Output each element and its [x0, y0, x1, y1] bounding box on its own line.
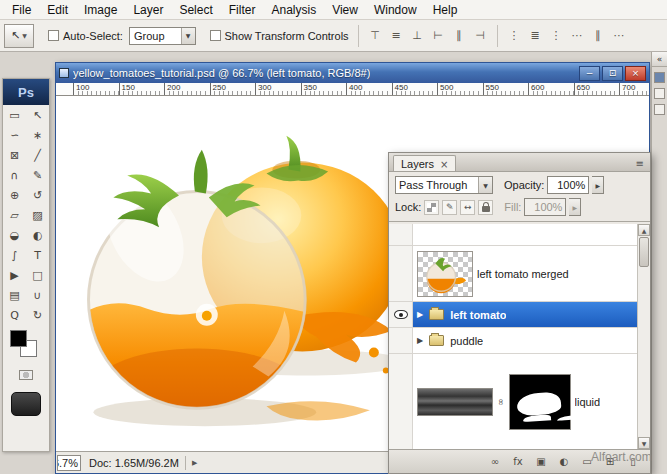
layers-scrollbar[interactable]: ▲ ▼	[637, 224, 650, 449]
layer-mask-thumbnail[interactable]	[509, 374, 571, 430]
magic-wand-tool[interactable]: ∗	[26, 125, 49, 145]
docked-panel-icon[interactable]	[654, 104, 665, 115]
docked-panel-icon[interactable]	[654, 88, 665, 99]
zoom-field[interactable]: 66.7%	[57, 455, 81, 471]
lock-pixels-icon[interactable]: ✎	[442, 200, 457, 215]
document-titlebar[interactable]: yellow_tomatoes_tutorial.psd @ 66.7% (le…	[56, 63, 649, 83]
opacity-field[interactable]: 100%	[547, 176, 589, 194]
align-top-edges-icon[interactable]: ⊤	[366, 26, 385, 45]
visibility-gutter[interactable]	[389, 354, 413, 449]
gradient-tool[interactable]: ▨	[26, 205, 49, 225]
layer-row-left-tomato[interactable]: ▶ left tomato	[389, 302, 637, 328]
layer-thumbnail[interactable]	[417, 251, 473, 297]
notes-tool[interactable]: ▤	[3, 285, 26, 305]
pen-tool[interactable]: ∫	[3, 245, 26, 265]
adjustment-layer-icon[interactable]: ◐	[557, 454, 571, 470]
zoom-tool[interactable]: Q	[3, 305, 26, 325]
expand-triangle-icon[interactable]: ▶	[417, 310, 423, 319]
blur-tool[interactable]: ◒	[3, 225, 26, 245]
menu-item[interactable]: Select	[171, 1, 220, 19]
brush-tool[interactable]: ✎	[26, 165, 49, 185]
align-bottom-edges-icon[interactable]: ⊥	[408, 26, 427, 45]
mask-link-icon[interactable]: ∞	[496, 398, 506, 406]
status-menu-arrow-icon[interactable]: ▶	[192, 459, 197, 467]
healing-brush-tool[interactable]: ∩	[3, 165, 26, 185]
lock-transparency-icon[interactable]	[424, 200, 439, 215]
scroll-down-icon[interactable]: ▼	[638, 437, 650, 449]
history-brush-tool[interactable]: ↺	[26, 185, 49, 205]
align-right-edges-icon[interactable]: ⊣	[471, 26, 490, 45]
show-transform-controls-checkbox[interactable]	[210, 30, 221, 41]
scroll-up-icon[interactable]: ▲	[638, 224, 650, 236]
eraser-tool[interactable]: ▱	[3, 205, 26, 225]
lock-all-icon[interactable]	[478, 200, 493, 215]
hand-tool[interactable]: ∪	[26, 285, 49, 305]
minimize-button[interactable]: −	[579, 66, 600, 81]
layer-row-liquid[interactable]: ∞ liquid	[389, 354, 637, 449]
expand-dock-chevrons-icon[interactable]: «	[652, 52, 667, 67]
align-left-edges-icon[interactable]: ⊢	[429, 26, 448, 45]
restore-button[interactable]: ⊡	[602, 66, 623, 81]
menu-item[interactable]: Analysis	[263, 1, 324, 19]
dodge-tool[interactable]: ◐	[26, 225, 49, 245]
lock-position-icon[interactable]: ↔	[460, 200, 475, 215]
type-tool[interactable]: T	[26, 245, 49, 265]
layer-thumbnail[interactable]	[417, 388, 493, 416]
tab-layers[interactable]: Layers ×	[393, 155, 456, 171]
opacity-slider-arrow-icon[interactable]: ▶	[592, 176, 604, 194]
distribute-vertical-centers-icon[interactable]: ≣	[526, 26, 545, 45]
layer-style-icon[interactable]: fx	[511, 454, 525, 470]
close-icon[interactable]: ×	[440, 159, 448, 170]
add-layer-mask-icon[interactable]: ▣	[534, 454, 548, 470]
fill-field[interactable]: 100%	[524, 198, 566, 216]
layers-panel: Layers × ≡ Pass Through ▼ Opacity: 100% …	[388, 152, 651, 474]
menu-item[interactable]: Help	[425, 1, 466, 19]
align-vertical-centers-icon[interactable]: ≡	[387, 26, 406, 45]
link-layers-icon[interactable]: ∞	[488, 454, 502, 470]
visibility-gutter[interactable]	[389, 246, 413, 301]
quick-mask-button[interactable]	[3, 365, 49, 385]
blend-mode-dropdown[interactable]: Pass Through ▼	[395, 176, 493, 194]
menu-item[interactable]: Image	[76, 1, 125, 19]
close-button[interactable]: ×	[625, 66, 646, 81]
panel-menu-icon[interactable]: ≡	[634, 158, 646, 171]
layer-name: left tomato merged	[477, 268, 569, 280]
docked-panel-icon[interactable]	[654, 72, 665, 83]
distribute-horizontal-centers-icon[interactable]: ∥	[589, 26, 608, 45]
foreground-color-swatch[interactable]	[10, 330, 27, 347]
distribute-right-edges-icon[interactable]: ⋯	[610, 26, 629, 45]
eyedropper-tool[interactable]: ╱	[26, 145, 49, 165]
menu-item[interactable]: Window	[366, 1, 425, 19]
screen-mode-button[interactable]	[11, 392, 41, 416]
visibility-gutter[interactable]	[389, 328, 413, 353]
distribute-left-edges-icon[interactable]: ⋯	[568, 26, 587, 45]
visibility-gutter[interactable]	[389, 224, 413, 245]
auto-select-checkbox[interactable]	[48, 30, 59, 41]
scroll-thumb[interactable]	[639, 237, 649, 267]
expand-triangle-icon[interactable]: ▶	[417, 336, 423, 345]
rotate-view-tool[interactable]: ↻	[26, 305, 49, 325]
menu-item[interactable]: Layer	[125, 1, 171, 19]
visibility-toggle[interactable]	[389, 302, 413, 327]
distribute-top-edges-icon[interactable]: ⋮	[505, 26, 524, 45]
layers-panel-header[interactable]: Layers × ≡	[389, 153, 650, 172]
menu-item[interactable]: View	[324, 1, 366, 19]
shape-tool[interactable]: □	[26, 265, 49, 285]
align-horizontal-centers-icon[interactable]: ∥	[450, 26, 469, 45]
distribute-bottom-edges-icon[interactable]: ⋮	[547, 26, 566, 45]
layer-row-puddle[interactable]: ▶ puddle	[389, 328, 637, 354]
menu-item[interactable]: Edit	[39, 1, 76, 19]
active-tool-preset-button[interactable]: ↖ ▼	[4, 24, 34, 48]
move-tool[interactable]: ↖	[26, 105, 49, 125]
path-selection-tool[interactable]: ▶	[3, 265, 26, 285]
clone-stamp-tool[interactable]: ⊕	[3, 185, 26, 205]
fill-slider-arrow-icon[interactable]: ▶	[569, 198, 581, 216]
auto-select-scope-dropdown[interactable]: Group ▼	[129, 27, 196, 45]
menu-item[interactable]: Filter	[221, 1, 264, 19]
menu-item[interactable]: File	[4, 1, 39, 19]
crop-tool[interactable]: ⊠	[3, 145, 26, 165]
layer-row-left-tomato-merged[interactable]: left tomato merged	[389, 246, 637, 302]
lasso-tool[interactable]: ∽	[3, 125, 26, 145]
layers-list: left tomato merged ▶ left tomato ▶	[389, 224, 650, 449]
rectangular-marquee-tool[interactable]: ▭	[3, 105, 26, 125]
